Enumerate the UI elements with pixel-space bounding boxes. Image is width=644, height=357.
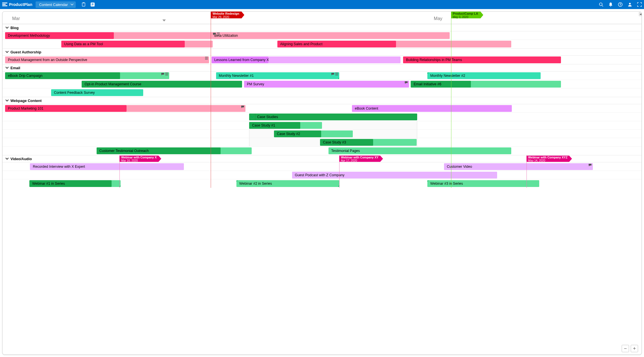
bar-label: Case Study #2 <box>277 132 300 136</box>
svg-rect-19 <box>335 73 338 73</box>
roadmap-bar[interactable]: Aligning Sales and Product <box>277 41 396 47</box>
roadmap-bar[interactable]: Guest Podcast with Z Company <box>292 172 497 178</box>
roadmap-canvas: ◀ MarMayQ2Website RedesignMar 29, 2020Pr… <box>2 11 642 355</box>
lane-body: Development MethodologyBeta UtilizationU… <box>3 31 641 48</box>
svg-rect-10 <box>217 32 220 33</box>
expand-toggle[interactable] <box>249 114 255 120</box>
roadmap-bar[interactable]: Webinar #3 in Series <box>427 180 539 187</box>
roadmap-bar[interactable]: Opt-in Product Management Course <box>82 81 242 88</box>
user-icon[interactable] <box>628 2 632 7</box>
chevron-down-icon <box>5 27 9 29</box>
svg-rect-13 <box>205 57 208 57</box>
roadmap-bar[interactable]: Case Study #3 <box>320 139 417 146</box>
lane-body: Product Management from an Outside Persp… <box>3 56 641 64</box>
milestone-flag[interactable]: ProductCamp LAMay 3, 2020 <box>451 12 480 18</box>
roadmap-bar[interactable]: Case Study #1 <box>249 122 322 129</box>
bar-label: Product Marketing 101 <box>8 106 43 110</box>
roadmap-bar[interactable]: Recorded Interview with X Expert <box>30 163 184 170</box>
roadmap-bar[interactable]: Monthly Newsletter #2 <box>427 72 540 79</box>
svg-rect-15 <box>205 59 208 60</box>
link-start-icon[interactable] <box>427 180 428 182</box>
lane-header[interactable]: Webpage Content <box>3 97 641 104</box>
bar-label: Content Feedback Survey <box>54 91 95 95</box>
roadmap-bar[interactable]: Testimonial Pages <box>328 147 511 154</box>
bell-icon[interactable] <box>608 2 613 7</box>
list-icon <box>217 32 220 36</box>
lane-row: eBook Drip CampaignMonthly Newsletter #1… <box>3 71 641 80</box>
roadmap-bar[interactable]: Development Methodology <box>5 32 114 39</box>
roadmap-bar[interactable]: Content Feedback Survey <box>51 89 143 96</box>
bar-label: Using Data as a PM Tool <box>64 42 103 46</box>
bar-label: Email Initiative #6 <box>414 82 441 86</box>
roadmap-bar[interactable]: eBook Content <box>352 105 512 112</box>
svg-point-32 <box>427 180 428 181</box>
sort-icon[interactable] <box>162 19 166 22</box>
plan-name: Content Calendar <box>39 3 68 7</box>
bar-label: Case Study #1 <box>252 123 275 127</box>
roadmap-bar[interactable]: Lessons Learned from Company X <box>212 56 401 63</box>
roadmap-bar[interactable]: Product Management from an Outside Persp… <box>5 56 209 63</box>
bar-label: Customer Video <box>447 165 472 169</box>
roadmap-bar[interactable]: Using Data as a PM Tool <box>61 41 185 47</box>
lane-body: Product Marketing 101eBook ContentCase S… <box>3 104 641 155</box>
roadmap-bar[interactable]: Product Marketing 101 <box>5 105 127 112</box>
lane-header[interactable]: Email <box>3 64 641 71</box>
bar-label: eBook Drip Campaign <box>8 74 42 78</box>
zoom-out-button[interactable]: − <box>622 345 629 352</box>
roadmap-bar[interactable]: Monthly Newsletter #1 <box>216 72 340 79</box>
zoom-in-button[interactable]: + <box>631 345 638 352</box>
lane-body: Recorded Interview with X ExpertCustomer… <box>3 162 641 188</box>
plan-selector[interactable]: Content Calendar <box>36 1 76 8</box>
bar-label: Product Management from an Outside Persp… <box>8 58 87 62</box>
fullscreen-icon[interactable] <box>637 2 642 7</box>
svg-rect-21 <box>335 75 338 75</box>
lane-header[interactable]: Guest Authorship <box>3 48 641 56</box>
comment-icon <box>404 81 408 84</box>
roadmap-bar[interactable]: Webinar #1 in Series <box>29 180 121 187</box>
bar-label: Monthly Newsletter #1 <box>219 74 254 78</box>
roadmap-bar[interactable]: Customer Testimonial Outreach <box>97 147 252 154</box>
clipboard-icon[interactable] <box>81 2 86 7</box>
lane-row: Customer Testimonial OutreachTestimonial… <box>3 147 641 155</box>
lane-row: Case Study #3 <box>3 138 641 147</box>
lane-title: Blog <box>10 26 19 30</box>
milestone-date: Mar 16, 2020 <box>121 159 138 162</box>
lane-milestone-flag[interactable]: Webinar with Company XYZMay 14, 2020 <box>526 156 569 162</box>
bar-label: Recorded Interview with X Expert <box>33 165 85 169</box>
roadmap-bar[interactable]: Case Studies <box>249 114 417 120</box>
timeline-axis: MarMayQ2Website RedesignMar 29, 2020Prod… <box>3 12 641 24</box>
roadmap-bar[interactable]: Beta Utilization <box>212 32 450 39</box>
roadmap-bar[interactable]: Webinar #2 in Series <box>236 180 339 187</box>
bar-label: Testimonial Pages <box>331 149 360 153</box>
parking-icon[interactable]: P <box>90 2 95 7</box>
link-end-icon[interactable] <box>338 77 339 79</box>
comment-icon <box>161 73 164 76</box>
lane-milestone-flag[interactable]: Webinar with Company XMar 16, 2020 <box>119 156 158 162</box>
lane-title: Guest Authorship <box>10 50 41 54</box>
roadmap-bar[interactable]: PM Survey <box>244 81 409 88</box>
milestone-flag[interactable]: Website RedesignMar 29, 2020 <box>211 12 242 18</box>
search-icon[interactable] <box>599 2 603 7</box>
roadmap-bar[interactable]: Customer Video <box>444 163 593 170</box>
milestone-date: Mar 29, 2020 <box>212 16 229 19</box>
roadmap-bar[interactable]: eBook Drip Campaign <box>5 72 169 79</box>
axis-month: Mar <box>12 16 20 21</box>
bar-label: PM Survey <box>247 82 264 86</box>
logo[interactable]: ProductPlan <box>2 2 32 7</box>
roadmap-bar[interactable]: Building Relationships in PM Teams <box>403 56 561 63</box>
lane-milestone-flag[interactable]: Webinar with Company XYApr 17, 2020 <box>339 156 380 162</box>
link-start-icon[interactable] <box>236 180 238 182</box>
svg-point-24 <box>427 72 428 73</box>
milestone-title: Webinar with Company X <box>121 156 157 159</box>
help-icon[interactable]: ? <box>618 2 623 7</box>
lane-header[interactable]: Blog <box>3 24 641 31</box>
milestone-title: Website Redesign <box>212 12 239 16</box>
bar-label: Webinar #1 in Series <box>32 182 65 186</box>
chevron-down-icon <box>5 67 9 69</box>
link-start-icon[interactable] <box>427 72 428 74</box>
link-end-icon[interactable] <box>119 185 121 187</box>
bar-label: Building Relationships in PM Teams <box>406 58 462 62</box>
svg-rect-12 <box>217 35 220 35</box>
roadmap-bar[interactable]: Email Initiative #6 <box>411 81 561 88</box>
roadmap-bar[interactable]: Case Study #2 <box>274 130 353 137</box>
